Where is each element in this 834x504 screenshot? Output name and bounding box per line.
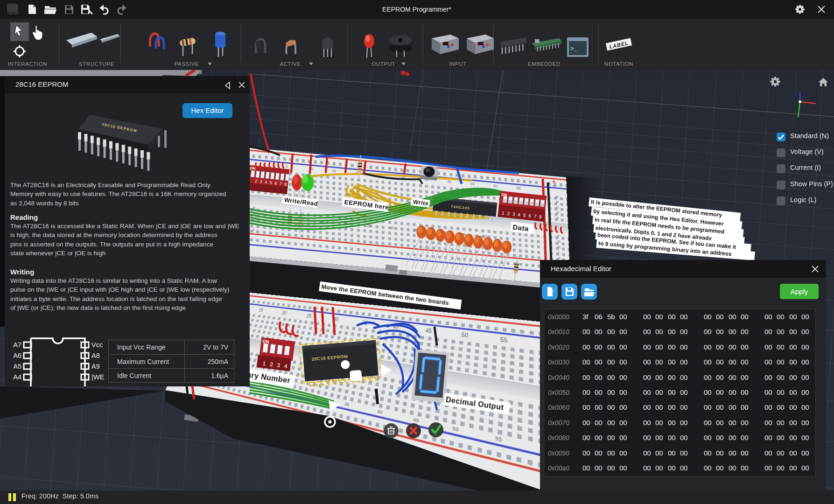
svg-text:6: 6 bbox=[274, 181, 277, 185]
svg-text:EMBEDDED: EMBEDDED bbox=[528, 61, 561, 67]
svg-text:Vcc: Vcc bbox=[91, 341, 103, 349]
svg-text:ON: ON bbox=[250, 166, 256, 171]
svg-text:EEPROM Programmer*: EEPROM Programmer* bbox=[382, 6, 451, 13]
svg-text:A4: A4 bbox=[13, 373, 21, 381]
svg-text:A9: A9 bbox=[91, 363, 100, 370]
svg-text:A5: A5 bbox=[13, 363, 21, 370]
svg-text:INPUT: INPUT bbox=[449, 61, 467, 67]
svg-text:3: 3 bbox=[259, 179, 262, 184]
svg-text:5: 5 bbox=[269, 180, 272, 185]
svg-text:INTERACTION: INTERACTION bbox=[8, 61, 48, 67]
svg-text:OUTPUT: OUTPUT bbox=[372, 61, 396, 67]
svg-text:>_: >_ bbox=[570, 45, 578, 52]
svg-text:PASSIVE: PASSIVE bbox=[175, 61, 199, 67]
svg-text:8: 8 bbox=[284, 182, 287, 187]
svg-text:2: 2 bbox=[255, 179, 258, 183]
svg-text:A6: A6 bbox=[13, 352, 21, 359]
svg-text:NOTATION: NOTATION bbox=[604, 61, 634, 67]
svg-text:A7: A7 bbox=[13, 341, 21, 349]
svg-text:ACTIVE: ACTIVE bbox=[280, 61, 301, 67]
svg-text:|WE: |WE bbox=[91, 373, 104, 381]
svg-text:7: 7 bbox=[279, 182, 282, 186]
svg-text:STRUCTURE: STRUCTURE bbox=[79, 61, 114, 67]
svg-text:4: 4 bbox=[265, 180, 267, 184]
svg-text:A8: A8 bbox=[91, 352, 100, 359]
